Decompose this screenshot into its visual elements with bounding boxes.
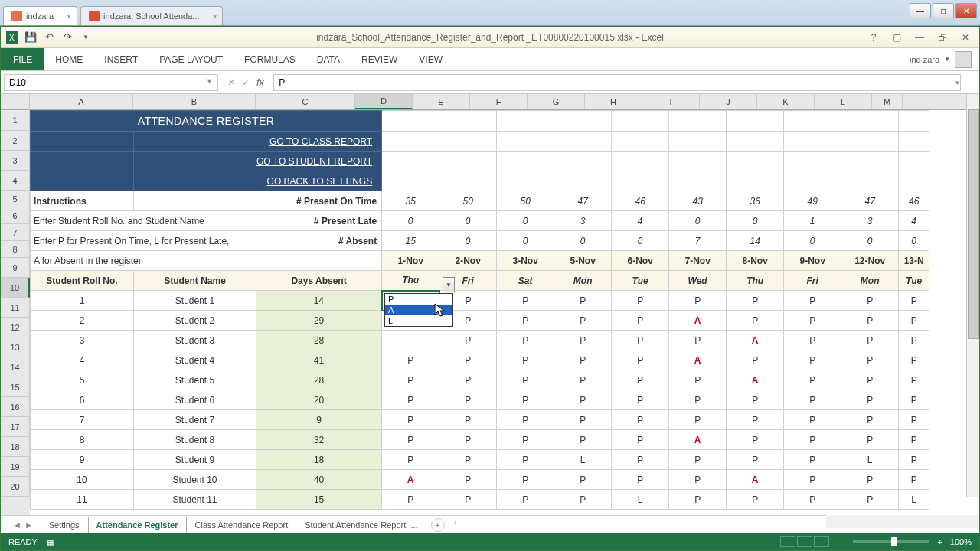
close-button[interactable]: ✕ (956, 3, 977, 18)
status-bar: READY ▦ — + 100% (1, 533, 979, 550)
ribbon-tab-insert[interactable]: INSERT (93, 48, 149, 70)
browser-tab-1[interactable]: indzara × (3, 6, 77, 25)
restore-excel-button[interactable]: 🗗 (933, 31, 952, 44)
col-header-b[interactable]: B (133, 94, 256, 109)
zoom-slider[interactable] (853, 540, 929, 543)
row-header-11[interactable]: 11 (1, 298, 30, 318)
sheet-tab-attendance-register[interactable]: Attendance Register (88, 517, 187, 533)
row-header-9[interactable]: 9 (1, 258, 30, 278)
tab-close-icon[interactable]: × (66, 11, 72, 22)
horizontal-scrollbar[interactable] (826, 515, 979, 528)
user-name: ind zara (910, 55, 939, 64)
ribbon-tab-view[interactable]: VIEW (408, 48, 453, 70)
dropdown-option-p[interactable]: P (385, 294, 452, 305)
name-box[interactable]: D10 ▼ (4, 74, 218, 91)
ribbon-tab-review[interactable]: REVIEW (351, 48, 408, 70)
row-header-20[interactable]: 20 (1, 477, 30, 497)
select-all-corner[interactable] (1, 94, 30, 109)
row-header-4[interactable]: 4 (1, 171, 30, 191)
file-tab[interactable]: FILE (1, 48, 44, 70)
row-header-13[interactable]: 13 (1, 337, 30, 357)
zoom-out-button[interactable]: — (837, 537, 845, 546)
col-header-i[interactable]: I (642, 94, 700, 109)
sheet-nav[interactable]: ◄► (5, 520, 41, 530)
ribbon: FILE HOME INSERT PAGE LAYOUT FORMULAS DA… (1, 48, 979, 71)
ribbon-tab-page-layout[interactable]: PAGE LAYOUT (149, 48, 234, 70)
row-header-18[interactable]: 18 (1, 437, 30, 457)
view-buttons[interactable] (780, 536, 829, 547)
quick-access-toolbar: X 💾 ↶ ↷ ▼ indzara_School_Attendance_Regi… (1, 27, 979, 48)
col-header-m[interactable]: M (872, 94, 903, 109)
user-avatar (955, 51, 972, 68)
col-header-c[interactable]: C (256, 94, 355, 109)
dropdown-option-l[interactable]: L (385, 315, 452, 326)
user-area[interactable]: ind zara ▼ (910, 51, 972, 68)
row-header-17[interactable]: 17 (1, 417, 30, 437)
tab-close-icon[interactable]: × (212, 11, 218, 22)
col-header-f[interactable]: F (470, 94, 528, 109)
expand-formula-icon[interactable]: ▾ (956, 79, 959, 86)
accept-icon[interactable]: ✓ (242, 77, 250, 88)
ribbon-options-icon[interactable]: ▢ (887, 31, 906, 44)
page-layout-view-icon[interactable] (797, 536, 812, 547)
ribbon-tab-data[interactable]: DATA (306, 48, 351, 70)
col-header-d[interactable]: D (355, 94, 413, 109)
row-header-5[interactable]: 5 (1, 191, 30, 207)
close-excel-button[interactable]: ✕ (956, 31, 975, 44)
fx-icon[interactable]: fx (256, 77, 264, 88)
col-header-a[interactable]: A (30, 94, 133, 109)
col-header-l[interactable]: L (815, 94, 872, 109)
help-icon[interactable]: ? (864, 31, 883, 44)
browser-tab-2[interactable]: indzara: School Attenda... × (80, 6, 223, 25)
tab-favicon-2 (89, 11, 100, 21)
row-header-7[interactable]: 7 (1, 224, 30, 241)
col-header-j[interactable]: J (700, 94, 757, 109)
undo-icon[interactable]: ↶ (42, 31, 56, 44)
page-break-view-icon[interactable] (814, 536, 829, 547)
col-header-h[interactable]: H (585, 94, 642, 109)
macro-icon[interactable]: ▦ (47, 537, 54, 547)
row-header-2[interactable]: 2 (1, 131, 30, 151)
row-header-12[interactable]: 12 (1, 318, 30, 337)
dropdown-option-a[interactable]: A (385, 305, 452, 315)
col-header-g[interactable]: G (528, 94, 585, 109)
excel-icon: X (5, 31, 19, 44)
svg-text:X: X (9, 34, 15, 42)
maximize-button[interactable]: □ (933, 3, 954, 18)
row-header-1[interactable]: 1 (1, 110, 30, 131)
row-header-3[interactable]: 3 (1, 151, 30, 171)
sheet-tab-settings[interactable]: Settings (41, 517, 88, 533)
row-header-6[interactable]: 6 (1, 207, 30, 224)
row-header-14[interactable]: 14 (1, 357, 30, 377)
add-sheet-button[interactable]: + (431, 518, 445, 532)
tab-label-2: indzara: School Attenda... (103, 11, 199, 21)
sheet-tab-student-report[interactable]: Student Attendance Report ... (296, 517, 426, 533)
grid: ABCDEFGHIJKLM 12345678910111213141516171… (1, 94, 979, 515)
zoom-in-button[interactable]: + (937, 537, 942, 546)
ribbon-tab-formulas[interactable]: FORMULAS (234, 48, 306, 70)
chevron-down-icon[interactable]: ▼ (206, 77, 213, 88)
row-header-15[interactable]: 15 (1, 377, 30, 397)
row-header-10[interactable]: 10 (1, 278, 30, 298)
data-validation-dropdown-button[interactable]: ▼ (443, 277, 455, 292)
formula-input[interactable]: P (273, 74, 961, 91)
column-headers: ABCDEFGHIJKLM (1, 94, 979, 110)
cells-area[interactable]: ATTENDANCE REGISTERGO TO CLASS REPORTGO … (30, 110, 979, 515)
save-icon[interactable]: 💾 (24, 31, 38, 44)
cancel-icon[interactable]: ✕ (227, 77, 236, 88)
sheet-tab-class-report[interactable]: Class Attendance Report (187, 517, 297, 533)
qat-dropdown-icon[interactable]: ▼ (79, 31, 93, 44)
col-header-k[interactable]: K (757, 94, 815, 109)
minimize-excel-button[interactable]: — (910, 31, 929, 44)
row-header-16[interactable]: 16 (1, 397, 30, 417)
redo-icon[interactable]: ↷ (60, 31, 74, 44)
row-header-8[interactable]: 8 (1, 241, 30, 258)
row-header-19[interactable]: 19 (1, 457, 30, 477)
col-header-e[interactable]: E (413, 94, 470, 109)
vertical-scrollbar[interactable] (966, 94, 979, 497)
ribbon-tab-home[interactable]: HOME (44, 48, 93, 70)
zoom-level[interactable]: 100% (950, 537, 972, 546)
data-validation-dropdown-list[interactable]: P A L (384, 293, 453, 327)
normal-view-icon[interactable] (780, 536, 795, 547)
minimize-button[interactable]: — (910, 3, 931, 18)
